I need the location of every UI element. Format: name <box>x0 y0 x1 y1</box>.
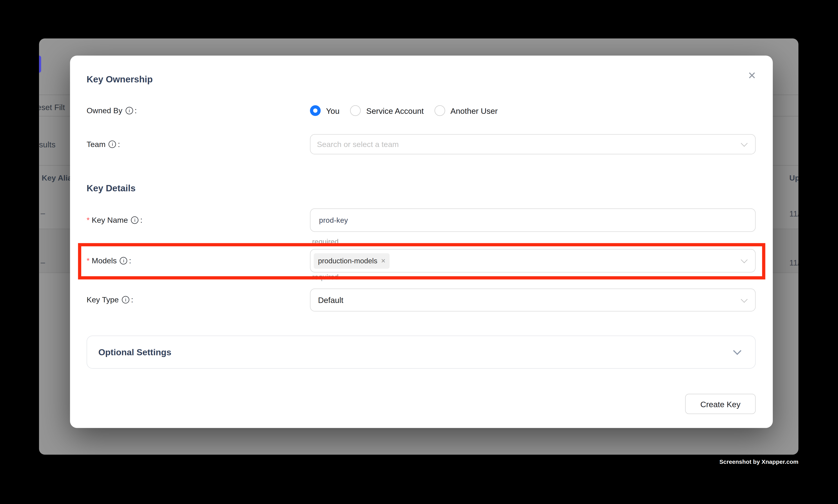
section-title-key-details: Key Details <box>87 183 136 194</box>
watermark-text: Screenshot by Xnapper.com <box>719 458 798 465</box>
optional-settings-title: Optional Settings <box>99 347 172 357</box>
chevron-down-icon <box>733 347 742 355</box>
radio-service-account[interactable]: Service Account <box>350 105 424 116</box>
info-icon[interactable]: i <box>126 107 133 114</box>
create-key-modal: Key Ownership ✕ Owned By i : You Service… <box>70 56 773 428</box>
annotation-highlight-rectangle <box>78 243 765 279</box>
info-icon[interactable]: i <box>109 141 116 148</box>
key-name-input[interactable] <box>310 209 756 232</box>
column-header-updated: Up <box>789 174 799 182</box>
table-row-cell: – <box>41 257 45 267</box>
key-name-label: * Key Name i : <box>87 215 142 226</box>
radio-you[interactable]: You <box>310 105 340 116</box>
primary-button-fragment[interactable] <box>39 56 41 73</box>
radio-unselected-icon[interactable] <box>350 105 361 116</box>
screenshot-stage: eset Filt sults Key Alia Up – 11/ – 11/ … <box>0 0 838 504</box>
optional-settings-toggle[interactable]: Optional Settings <box>87 336 755 369</box>
results-count-partial: sults <box>39 140 55 149</box>
radio-another-user[interactable]: Another User <box>434 105 498 116</box>
column-header-key-alias: Key Alia <box>42 174 72 182</box>
close-icon[interactable]: ✕ <box>745 68 760 83</box>
chevron-down-icon <box>741 296 748 303</box>
team-select[interactable]: Search or select a team <box>310 134 756 155</box>
key-type-label: Key Type i : <box>87 294 133 305</box>
info-icon[interactable]: i <box>131 216 139 224</box>
reset-filters-button-partial[interactable]: eset Filt <box>39 103 65 112</box>
team-select-placeholder: Search or select a team <box>310 140 399 148</box>
key-type-select[interactable]: Default <box>310 288 756 311</box>
table-row-cell: 11/ <box>789 258 799 267</box>
owned-by-label: Owned By i : <box>87 105 137 116</box>
table-row-cell: – <box>41 209 45 218</box>
team-label: Team i : <box>87 139 120 150</box>
radio-selected-icon[interactable] <box>310 105 321 116</box>
info-icon[interactable]: i <box>122 296 129 303</box>
owned-by-radio-group: You Service Account Another User <box>310 105 498 116</box>
table-row-cell: 11/ <box>789 209 799 218</box>
radio-unselected-icon[interactable] <box>434 105 445 116</box>
create-key-button[interactable]: Create Key <box>685 394 755 414</box>
required-asterisk: * <box>87 216 89 224</box>
key-type-selected-value: Default <box>310 295 343 305</box>
modal-title: Key Ownership <box>87 74 153 85</box>
chevron-down-icon <box>741 140 748 147</box>
